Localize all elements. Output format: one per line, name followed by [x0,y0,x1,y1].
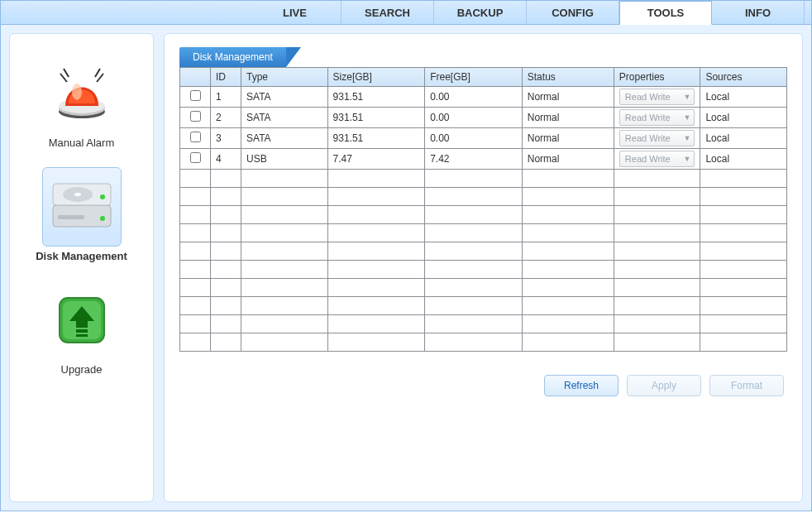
chevron-down-icon: ▼ [683,155,690,163]
cell-type: USB [241,149,328,170]
col-status: Status [522,68,614,87]
cell-status: Normal [522,128,614,149]
cell-sources: Local [700,128,787,149]
disks-icon [42,167,122,247]
svg-line-4 [60,74,67,82]
sidebar-item-label: Upgrade [61,363,103,376]
cell-size: 7.47 [327,149,425,170]
cell-free: 0.00 [425,128,523,149]
cell-free: 7.42 [425,149,523,170]
cell-free: 0.00 [425,108,523,128]
col-type: Type [241,68,328,87]
cell-id: 2 [211,108,241,128]
col-id: ID [211,68,241,87]
table-row [180,297,787,315]
refresh-button[interactable]: Refresh [544,375,619,396]
table-row [180,261,787,279]
col-sources: Sources [700,68,787,87]
cell-status: Normal [522,149,614,170]
table-row [180,170,787,188]
upgrade-icon [42,280,122,360]
cell-type: SATA [241,108,328,128]
table-row [180,188,787,206]
svg-rect-17 [76,329,88,333]
top-tabs: LIVESEARCHBACKUPCONFIGTOOLSINFO [0,0,812,25]
cell-type: SATA [241,87,328,108]
cell-free: 0.00 [425,87,523,108]
table-row [180,206,787,224]
table-row: 4USB7.477.42NormalRead Write▼Local [180,149,787,170]
tab-backup[interactable]: BACKUP [434,1,527,24]
table-row [180,242,787,261]
cell-id: 3 [211,128,241,149]
table-header-row: ID Type Size[GB] Free[GB] Status Propert… [180,68,787,87]
svg-point-12 [100,216,105,221]
sidebar-item-label: Disk Management [36,250,127,262]
panel-title: Disk Management [179,47,286,67]
col-size: Size[GB] [327,68,425,87]
chevron-down-icon: ▼ [683,93,690,101]
properties-select[interactable]: Read Write▼ [619,130,695,146]
cell-id: 1 [211,87,241,108]
svg-point-13 [100,194,105,199]
svg-rect-18 [76,334,88,337]
cell-sources: Local [700,149,787,170]
button-row: Refresh Apply Format [179,375,787,396]
tab-live[interactable]: LIVE [249,1,342,24]
svg-point-3 [72,84,82,100]
disk-table: ID Type Size[GB] Free[GB] Status Propert… [179,67,787,352]
svg-line-7 [95,69,100,77]
tab-search[interactable]: SEARCH [342,1,434,24]
col-free: Free[GB] [425,68,523,87]
tab-config[interactable]: CONFIG [527,1,619,24]
apply-button[interactable]: Apply [627,375,701,396]
tab-tools[interactable]: TOOLS [619,1,712,25]
cell-size: 931.51 [327,108,425,128]
properties-select[interactable]: Read Write▼ [619,109,695,126]
svg-point-11 [74,193,81,196]
sidebar-item-label: Manual Alarm [49,137,114,149]
sidebar-item-upgrade[interactable]: Upgrade [20,276,144,384]
svg-line-6 [97,74,103,82]
row-checkbox[interactable] [190,90,201,101]
chevron-down-icon: ▼ [683,134,690,142]
sidebar: Manual Alarm Disk Management [9,33,154,502]
properties-select[interactable]: Read Write▼ [619,89,695,105]
properties-select[interactable]: Read Write▼ [619,151,695,167]
col-properties: Properties [614,68,700,87]
table-row [180,315,787,333]
row-checkbox[interactable] [190,111,201,122]
cell-sources: Local [700,108,787,128]
table-row: 2SATA931.510.00NormalRead Write▼Local [180,108,787,128]
alarm-icon [42,54,122,133]
cell-sources: Local [700,87,787,108]
main-area: Manual Alarm Disk Management [0,25,812,511]
svg-line-5 [64,69,69,77]
cell-status: Normal [522,108,614,128]
content-panel: Disk Management ID Type Size[GB] Free[GB… [164,33,803,502]
row-checkbox[interactable] [190,152,201,163]
cell-size: 931.51 [327,128,425,149]
table-row: 1SATA931.510.00NormalRead Write▼Local [180,87,787,108]
chevron-down-icon: ▼ [683,113,690,122]
sidebar-item-manual-alarm[interactable]: Manual Alarm [20,49,144,157]
cell-size: 931.51 [327,87,425,108]
format-button[interactable]: Format [709,375,784,396]
row-checkbox[interactable] [190,132,201,142]
cell-type: SATA [241,128,328,149]
svg-rect-14 [58,215,84,219]
tab-info[interactable]: INFO [712,1,805,24]
table-row [180,224,787,242]
cell-status: Normal [522,87,614,108]
table-row: 3SATA931.510.00NormalRead Write▼Local [180,128,787,149]
table-row [180,333,787,352]
table-row [180,279,787,297]
cell-id: 4 [211,149,241,170]
sidebar-item-disk-management[interactable]: Disk Management [20,162,144,271]
col-check [180,68,211,87]
